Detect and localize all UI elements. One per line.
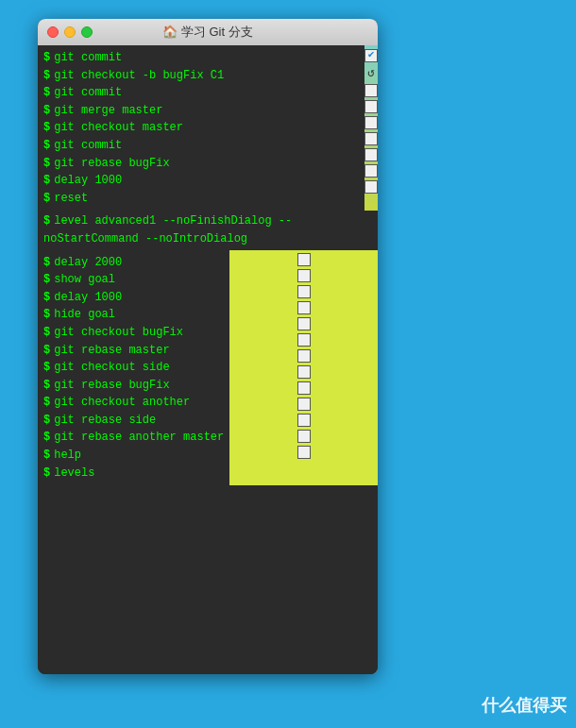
checkbox[interactable] (297, 253, 311, 266)
checkbox[interactable] (364, 164, 378, 178)
command-text: levels (54, 465, 94, 483)
list-item: $levels (43, 465, 224, 483)
prompt: $ (43, 342, 50, 360)
list-item: $git rebase bugFix (43, 155, 359, 173)
list-item: $git rebase another master (43, 429, 224, 447)
checkbox[interactable] (297, 430, 311, 443)
checkbox-checked[interactable]: ✔ (364, 49, 378, 62)
checkbox[interactable] (364, 132, 378, 145)
list-item: $git checkout master (43, 119, 359, 137)
section-1: $git commit$git checkout -b bugFix C1$gi… (38, 45, 378, 211)
list-item: $git commit (43, 137, 359, 155)
minimize-button[interactable] (64, 26, 76, 38)
command-text: delay 1000 (54, 289, 122, 307)
command-text: git rebase bugFix (54, 377, 169, 395)
checkbox[interactable] (364, 100, 378, 113)
list-item: $help (43, 447, 224, 465)
prompt: $ (43, 172, 50, 190)
prompt: $ (43, 155, 50, 173)
command-text: show goal (54, 271, 115, 289)
terminal-window: 🏠 学习 Git 分支 $git commit$git checkout -b … (38, 19, 378, 674)
command-text: git checkout -b bugFix C1 (54, 67, 224, 85)
prompt: $ (43, 465, 50, 483)
prompt: $ (43, 137, 50, 155)
right-panel-bottom (229, 250, 378, 486)
command-text: git merge master (54, 102, 162, 120)
prompt: $ (43, 306, 50, 324)
list-item: $git commit (43, 49, 359, 67)
checkbox[interactable] (297, 269, 311, 282)
list-item: $git rebase side (43, 412, 224, 430)
command-text: help (54, 447, 81, 465)
list-item: $git checkout bugFix (43, 324, 224, 342)
prompt: $ (43, 271, 50, 289)
list-item: $delay 1000 (43, 289, 224, 307)
checkbox[interactable] (297, 349, 311, 363)
prompt: $ (43, 359, 50, 377)
checkbox[interactable] (297, 285, 311, 298)
titlebar: 🏠 学习 Git 分支 (38, 19, 378, 45)
checkbox[interactable] (364, 84, 378, 97)
checkbox[interactable] (297, 414, 311, 427)
check-icon: ✔ (368, 50, 375, 60)
checkbox[interactable] (297, 365, 311, 379)
prompt: $ (43, 447, 50, 465)
command-text: git checkout another (54, 394, 190, 412)
checkbox[interactable] (297, 317, 311, 330)
checkbox[interactable] (297, 301, 311, 314)
checkbox[interactable] (297, 381, 311, 395)
checkbox[interactable] (297, 333, 311, 347)
section2-commands: $delay 2000$show goal$delay 1000$hide go… (38, 250, 229, 486)
list-item: $git checkout -b bugFix C1 (43, 67, 359, 85)
command-text: git commit (54, 137, 122, 155)
list-item: $git commit (43, 84, 359, 102)
checkbox[interactable] (297, 398, 311, 411)
list-item: $delay 1000 (43, 172, 359, 190)
command-text: git rebase another master (54, 429, 224, 447)
list-item: $git merge master (43, 102, 359, 120)
prompt: $ (43, 377, 50, 395)
level-command-text2: noStartCommand --noIntroDialog (43, 230, 247, 248)
prompt: $ (43, 394, 50, 412)
prompt: $ (43, 84, 50, 102)
window-title: 🏠 学习 Git 分支 (162, 24, 252, 41)
checkbox[interactable] (364, 116, 378, 129)
checkbox[interactable] (364, 180, 378, 194)
watermark: 什么值得买 (482, 694, 567, 717)
refresh-icon[interactable]: ↺ (367, 65, 375, 80)
prompt: $ (43, 102, 50, 120)
prompt: $ (43, 49, 50, 67)
prompt: $ (43, 412, 50, 430)
section-2: $delay 2000$show goal$delay 1000$hide go… (38, 250, 378, 486)
prompt: $ (43, 254, 50, 272)
maximize-button[interactable] (81, 26, 93, 38)
command-text: git commit (54, 49, 122, 67)
prompt: $ (43, 67, 50, 85)
checkbox[interactable] (364, 148, 378, 161)
checkbox[interactable] (297, 446, 311, 459)
command-text: git checkout bugFix (54, 324, 183, 342)
command-text: reset (54, 190, 88, 208)
section1-commands: $git commit$git checkout -b bugFix C1$gi… (38, 45, 364, 211)
terminal-empty-area (38, 485, 378, 674)
command-text: git rebase master (54, 342, 169, 360)
list-item: $show goal (43, 271, 224, 289)
prompt: $ (43, 324, 50, 342)
list-item: $git checkout side (43, 359, 224, 377)
right-panel-top: ✔↺ (364, 45, 378, 211)
traffic-lights (47, 26, 93, 38)
level-command-line: $ level advanced1 --noFinishDialog -- no… (38, 211, 378, 249)
command-text: delay 1000 (54, 172, 122, 190)
list-item: $reset (43, 190, 359, 208)
command-text: git rebase bugFix (54, 155, 169, 173)
list-item: $git checkout another (43, 394, 224, 412)
command-text: git checkout side (54, 359, 169, 377)
list-item: $hide goal (43, 306, 224, 324)
command-text: git commit (54, 84, 122, 102)
prompt: $ (43, 289, 50, 307)
command-text: delay 2000 (54, 254, 122, 272)
list-item: $git rebase bugFix (43, 377, 224, 395)
close-button[interactable] (47, 26, 59, 38)
level-command-text: level advanced1 --noFinishDialog -- (54, 212, 292, 230)
list-item: $delay 2000 (43, 254, 224, 272)
